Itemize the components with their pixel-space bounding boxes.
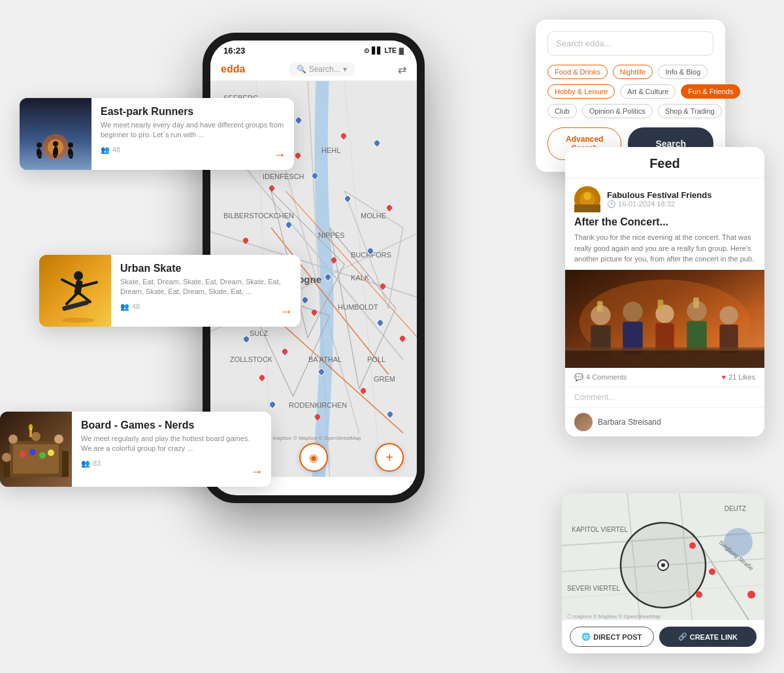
tag-row-2: Hobby & Leisure Art & Culture Fun & Frie…	[547, 84, 713, 99]
svg-rect-60	[658, 299, 664, 310]
direct-post-label: DIRECT POST	[593, 633, 642, 641]
heart-icon: ♥	[721, 373, 726, 381]
add-button[interactable]: +	[375, 443, 404, 472]
app-logo: edda	[221, 63, 245, 75]
radius-label-deutz: DEUTZ	[725, 505, 746, 512]
svg-point-38	[31, 432, 41, 441]
svg-rect-63	[565, 347, 764, 350]
card-board: Board - Games - Nerds We meet regularly …	[0, 412, 271, 487]
map-label-rodenkirchen: RODENKIRCHEN	[289, 401, 347, 409]
create-link-button[interactable]: 🔗 CREATE LINK	[659, 627, 757, 647]
svg-point-74	[689, 542, 696, 549]
svg-point-57	[719, 306, 738, 324]
link-icon: 🔗	[678, 632, 687, 641]
svg-point-37	[8, 435, 18, 444]
map-label-molhe: MOLHE	[361, 212, 386, 220]
svg-point-28	[62, 318, 95, 323]
feed-date-text: 16-01-2024	[618, 200, 655, 208]
tag-shop-trading[interactable]: Shop & Trading	[658, 104, 722, 118]
create-link-label: CREATE LINK	[690, 633, 738, 641]
map-label-zollstock: ZOLLSTOCK	[230, 355, 272, 363]
feed-post-text: Thank you for the nice evening at the co…	[565, 232, 764, 270]
tag-hobby-leisure[interactable]: Hobby & Leisure	[547, 84, 615, 99]
board-image	[0, 412, 72, 487]
feed-commenter: Barbara Streisand	[565, 408, 764, 436]
radius-label-kapviertel: KAPITOL VIERTEL	[572, 526, 628, 533]
comment-icon: 💬	[574, 373, 583, 382]
svg-point-36	[48, 450, 54, 456]
members-icon: 👥	[81, 459, 90, 468]
feed-post-title: After the Concert...	[565, 216, 764, 232]
board-game-svg	[0, 412, 72, 487]
tag-club[interactable]: Club	[547, 104, 577, 118]
runners-image	[20, 98, 91, 170]
svg-point-21	[74, 271, 83, 280]
tag-opinion-politics[interactable]: Opinion & Politics	[582, 104, 653, 118]
runners-members: 👥 48	[101, 146, 285, 154]
direct-post-button[interactable]: 🌐 DIRECT POST	[570, 627, 654, 647]
board-desc: We meet regularly and play the hottest b…	[81, 434, 262, 454]
svg-point-40	[2, 453, 11, 462]
map-radius-panel: DEUTZ KAPITOL VIERTEL SEVERI VIERTEL Sie…	[562, 493, 764, 653]
svg-point-14	[37, 142, 42, 148]
svg-point-35	[39, 452, 46, 459]
mapbox-logo: ⬡mapbox© Mapbox © OpenStreetMap	[267, 435, 361, 441]
tag-art-culture[interactable]: Art & Culture	[620, 84, 676, 99]
feed-post-image	[565, 270, 764, 368]
feed-time-text: 18:32	[657, 200, 675, 208]
board-join-button[interactable]: →	[250, 464, 263, 479]
skate-desc: Skate, Eat, Dream, Skate, Eat, Dream, Sk…	[120, 277, 291, 297]
search-input[interactable]: Search edda...	[547, 31, 713, 56]
comments-action[interactable]: 💬 4 Comments	[574, 373, 627, 382]
globe-icon: 🌐	[581, 632, 591, 641]
feed-title: Feed	[565, 147, 764, 178]
skate-title: Urban Skate	[120, 263, 291, 274]
commenter-name: Barbara Streisand	[598, 418, 661, 427]
commenter-avatar	[574, 413, 593, 431]
phone-time: 16:23	[223, 46, 245, 56]
map-label-poll: POLL	[367, 355, 385, 363]
svg-point-45	[583, 192, 591, 200]
svg-line-9	[286, 191, 417, 337]
radius-bottom-bar: 🌐 DIRECT POST 🔗 CREATE LINK	[562, 620, 764, 653]
search-text: Search...	[309, 65, 340, 74]
runners-desc: We meet nearly every day and have differ…	[101, 120, 285, 140]
runners-card-body: East-park Runners We meet nearly every d…	[91, 98, 294, 170]
likes-count: 21 Likes	[728, 373, 755, 381]
feed-post-meta: Fabulous Festival Friends 🕐 16-01-2024 1…	[607, 190, 711, 208]
runners-join-button[interactable]: →	[273, 147, 286, 162]
comments-count: 4 Comments	[586, 373, 627, 381]
svg-point-18	[68, 142, 73, 148]
tag-row-3: Club Opinion & Politics Shop & Trading	[547, 104, 713, 118]
search-icon: 🔍	[297, 65, 306, 74]
skate-image	[39, 255, 111, 327]
card-runners: East-park Runners We meet nearly every d…	[20, 98, 294, 170]
svg-point-33	[20, 451, 26, 457]
runners-silhouette-svg	[20, 98, 91, 170]
svg-point-16	[53, 141, 58, 146]
skate-join-button[interactable]: →	[280, 304, 293, 319]
svg-point-51	[623, 301, 643, 321]
members-icon: 👥	[101, 146, 110, 154]
signal-button[interactable]: ◉	[299, 443, 328, 472]
phone-status-icons: ⊙ ▋▋ LTE ▓	[364, 47, 404, 54]
svg-point-73	[661, 563, 665, 567]
feed-group-name: Fabulous Festival Friends	[607, 190, 711, 200]
svg-rect-62	[565, 349, 764, 367]
map-label-kalk: KALK	[351, 274, 369, 282]
svg-point-42	[29, 424, 33, 431]
card-skate: Urban Skate Skate, Eat, Dream, Skate, Ea…	[39, 255, 301, 327]
feed-panel: Feed Fabulous Festival Friends 🕐 16-01-2…	[565, 147, 764, 436]
board-title: Board - Games - Nerds	[81, 419, 262, 431]
phone-status-bar: 16:23 ⊙ ▋▋ LTE ▓	[210, 41, 417, 58]
tag-nightlife[interactable]: Nightlife	[613, 65, 653, 79]
tag-info-blog[interactable]: Info & Blog	[658, 65, 708, 79]
phone-search-bar[interactable]: 🔍 Search... ▾	[289, 62, 355, 76]
tag-food-drinks[interactable]: Food & Drinks	[547, 65, 608, 79]
svg-point-78	[747, 591, 755, 599]
likes-action[interactable]: ♥ 21 Likes	[721, 373, 755, 381]
skate-card-body: Urban Skate Skate, Eat, Dream, Skate, Ea…	[111, 255, 301, 327]
tag-fun-friends[interactable]: Fun & Friends	[681, 84, 740, 99]
comment-input[interactable]: Comment...	[565, 387, 764, 408]
swap-icon[interactable]: ⇄	[398, 63, 406, 76]
